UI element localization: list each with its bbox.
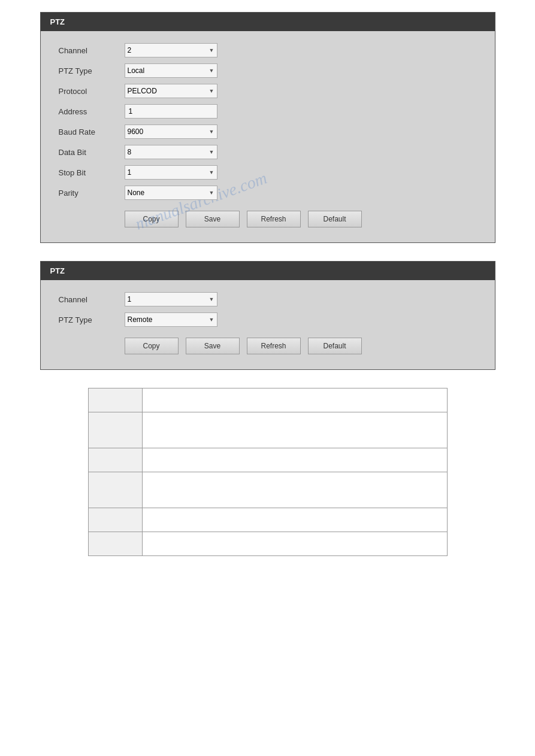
p2-ptztype-label: PTZ Type [59, 315, 125, 324]
p2-ptztype-select-wrapper: Local Remote [125, 312, 217, 327]
protocol-select[interactable]: PELCOD PELCO-P [125, 84, 217, 98]
table-cell-left [88, 412, 142, 448]
table-row [88, 472, 447, 508]
baudrate-row: Baud Rate 1200 2400 4800 9600 19200 [59, 125, 477, 139]
channel-label: Channel [59, 46, 125, 55]
protocol-label: Protocol [59, 87, 125, 96]
table-cell-right [142, 412, 447, 448]
panel2-refresh-button[interactable]: Refresh [247, 338, 301, 354]
panel1-save-button[interactable]: Save [186, 211, 240, 227]
table-row [88, 508, 447, 532]
panel2-button-row: Copy Save Refresh Default [59, 338, 477, 354]
p2-channel-label: Channel [59, 295, 125, 304]
address-row: Address [59, 104, 477, 119]
table-cell-right [142, 472, 447, 508]
channel-select-wrapper: 1 2 3 4 [125, 43, 217, 57]
panel1-refresh-button[interactable]: Refresh [247, 211, 301, 227]
table-row [88, 412, 447, 448]
stopbit-row: Stop Bit 1 2 [59, 165, 477, 180]
p2-channel-select[interactable]: 1 2 3 4 [125, 292, 217, 306]
p2-channel-select-wrapper: 1 2 3 4 [125, 292, 217, 306]
baudrate-select-wrapper: 1200 2400 4800 9600 19200 [125, 125, 217, 139]
ptz-panel-2: PTZ Channel 1 2 3 4 PTZ Type [40, 261, 495, 370]
ptz-panel-1: PTZ Channel 1 2 3 4 PTZ Type [40, 12, 495, 243]
stopbit-label: Stop Bit [59, 168, 125, 177]
parity-select-wrapper: None Odd Even [125, 186, 217, 200]
channel-row: Channel 1 2 3 4 [59, 43, 477, 57]
baudrate-select[interactable]: 1200 2400 4800 9600 19200 [125, 125, 217, 139]
panel1-default-button[interactable]: Default [308, 211, 362, 227]
panel2-copy-button[interactable]: Copy [125, 338, 179, 354]
parity-select[interactable]: None Odd Even [125, 186, 217, 200]
table-cell-right [142, 388, 447, 412]
ptztype-select[interactable]: Local Remote [125, 63, 217, 78]
panel2-default-button[interactable]: Default [308, 338, 362, 354]
databit-select-wrapper: 5 6 7 8 [125, 145, 217, 159]
panel2-save-button[interactable]: Save [186, 338, 240, 354]
table-cell-left [88, 388, 142, 412]
baudrate-label: Baud Rate [59, 127, 125, 136]
panel1-button-row: Copy Save Refresh Default [59, 211, 477, 227]
ptz-panel-1-body: Channel 1 2 3 4 PTZ Type Local Remote [41, 31, 495, 242]
ptztype-label: PTZ Type [59, 66, 125, 75]
table-cell-left [88, 508, 142, 532]
databit-row: Data Bit 5 6 7 8 [59, 145, 477, 159]
panel1-copy-button[interactable]: Copy [125, 211, 179, 227]
databit-select[interactable]: 5 6 7 8 [125, 145, 217, 159]
ptz-panel-2-body: Channel 1 2 3 4 PTZ Type Local Remote [41, 280, 495, 369]
channel-select[interactable]: 1 2 3 4 [125, 43, 217, 57]
table-row [88, 388, 447, 412]
table-row [88, 532, 447, 556]
table-cell-right [142, 508, 447, 532]
p2-channel-row: Channel 1 2 3 4 [59, 292, 477, 306]
parity-row: Parity None Odd Even [59, 186, 477, 200]
table-row [88, 448, 447, 472]
parity-label: Parity [59, 189, 125, 198]
address-label: Address [59, 107, 125, 116]
table-cell-left [88, 472, 142, 508]
ptz-panel-2-header: PTZ [41, 262, 495, 280]
stopbit-select[interactable]: 1 2 [125, 165, 217, 180]
p2-ptztype-select[interactable]: Local Remote [125, 312, 217, 327]
data-table [88, 388, 448, 556]
table-cell-right [142, 532, 447, 556]
table-cell-right [142, 448, 447, 472]
ptztype-row: PTZ Type Local Remote [59, 63, 477, 78]
ptz-panel-1-title: PTZ [50, 17, 65, 26]
ptz-panel-2-title: PTZ [50, 266, 65, 275]
ptztype-select-wrapper: Local Remote [125, 63, 217, 78]
ptz-panel-1-header: PTZ [41, 13, 495, 31]
address-input[interactable] [125, 104, 217, 119]
table-cell-left [88, 448, 142, 472]
databit-label: Data Bit [59, 148, 125, 157]
stopbit-select-wrapper: 1 2 [125, 165, 217, 180]
p2-ptztype-row: PTZ Type Local Remote [59, 312, 477, 327]
protocol-select-wrapper: PELCOD PELCO-P [125, 84, 217, 98]
protocol-row: Protocol PELCOD PELCO-P [59, 84, 477, 98]
table-cell-left [88, 532, 142, 556]
